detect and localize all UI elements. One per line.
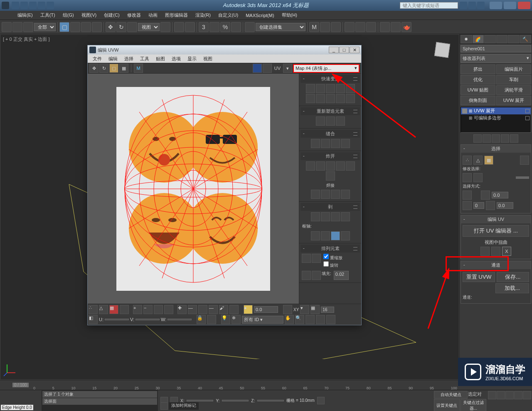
close-button[interactable]	[518, 2, 530, 9]
align-bottom-icon[interactable]	[306, 94, 315, 103]
move-icon[interactable]: ✥	[106, 22, 116, 32]
uvw-menu-select[interactable]: 选择	[121, 55, 137, 63]
weld-target-icon[interactable]	[331, 190, 340, 199]
uvw-xy-icon[interactable]	[283, 305, 292, 314]
selection-set-field[interactable]: 选定对	[468, 391, 486, 399]
uvw-canvas[interactable]	[116, 87, 270, 291]
rendered-frame-icon[interactable]	[391, 22, 401, 32]
qat-redo-icon[interactable]	[47, 2, 54, 9]
y-coord-field[interactable]	[222, 400, 249, 401]
peel-mode-icon[interactable]	[321, 212, 330, 221]
uvw-texture-preview-icon[interactable]: ●	[244, 305, 253, 314]
add-time-tag-label[interactable]: 添加时间标记	[169, 402, 199, 410]
ref-coord-combo[interactable]: 视图	[138, 23, 160, 31]
pack-normalize-icon[interactable]	[302, 254, 311, 263]
qat-undo-icon[interactable]	[38, 2, 45, 9]
stitch-icon[interactable]	[336, 116, 345, 126]
sel-by-planar-icon[interactable]	[486, 201, 495, 210]
link-icon[interactable]	[2, 22, 12, 32]
app-icon[interactable]	[2, 2, 9, 9]
menu-views[interactable]: 视图(V)	[78, 11, 100, 19]
uvw-checker-icon[interactable]	[253, 64, 262, 73]
selection-filter-combo[interactable]: 全部	[34, 23, 56, 31]
uvw-menu-mapping[interactable]: 贴图	[153, 55, 168, 63]
rescale-checkbox[interactable]: 重缩放	[323, 254, 342, 261]
grow-sel-icon[interactable]	[463, 173, 472, 182]
quick-transform-header[interactable]: 快速变换	[300, 75, 360, 83]
uvw-close-button[interactable]: ✕	[350, 47, 360, 53]
face-subobj-icon[interactable]: ▩	[484, 156, 493, 165]
weld-all-icon[interactable]	[321, 190, 330, 199]
hierarchy-tab-icon[interactable]	[484, 35, 496, 43]
uvw-zoom-extents-icon[interactable]	[316, 315, 325, 324]
menu-edit[interactable]: 编辑(E)	[14, 11, 36, 19]
uvw-ring-icon[interactable]	[154, 305, 163, 314]
snap-3d-icon[interactable]: 3	[199, 22, 209, 32]
mod-optimize-button[interactable]: 优化	[461, 75, 495, 84]
stack-checkbox[interactable]	[525, 116, 530, 120]
uvw-zoom-icon[interactable]: 🔍	[295, 315, 304, 324]
display-tab-icon[interactable]	[508, 35, 520, 43]
rotate-checkbox[interactable]: 旋转	[323, 261, 342, 268]
timeline[interactable]: 0 / 100 05101520253035404550556065707580…	[0, 380, 532, 390]
uvw-mirror-icon[interactable]: M	[134, 64, 143, 73]
straighten-icon[interactable]	[316, 116, 325, 126]
open-uv-editor-button[interactable]: 打开 UV 编辑器 ...	[463, 225, 529, 237]
uvw-viewport[interactable]	[88, 74, 299, 304]
mod-uvwunwrap-button[interactable]: UVW 展开	[496, 96, 531, 105]
uvw-minus-icon[interactable]: —	[188, 305, 197, 314]
sel-by-angle-icon[interactable]	[463, 191, 472, 200]
named-selection-combo[interactable]: 创建选择集	[256, 23, 305, 31]
uvw-freeform-icon[interactable]: ▦	[119, 64, 128, 73]
align-center-v-icon[interactable]	[346, 84, 355, 93]
reset-uvw-button[interactable]: 重置 UVW	[463, 272, 495, 282]
shrink-sel-icon[interactable]	[473, 173, 483, 182]
uvw-face-mode-icon[interactable]: ▩	[109, 305, 118, 314]
uvw-abs-rel-icon[interactable]: ◧	[89, 315, 98, 324]
uvw-uv-toggle-icon[interactable]: ▾	[283, 64, 292, 73]
keyfilter-button[interactable]: 关键点过滤器...	[461, 399, 487, 411]
stack-item-editable-poly[interactable]: ⊞ 可编辑多边形	[461, 114, 531, 121]
make-unique-icon[interactable]	[492, 134, 500, 143]
weld-sel-icon[interactable]	[311, 190, 320, 199]
arrange-header[interactable]: 排列元素	[300, 245, 360, 253]
stack-checkbox[interactable]	[525, 109, 530, 113]
render-icon[interactable]: 🫖	[401, 22, 411, 32]
uvw-scale-icon[interactable]: ▢	[109, 64, 118, 73]
slider-icon[interactable]	[516, 176, 529, 179]
uvw-add-icon[interactable]: +	[133, 305, 142, 314]
uvw-grid-spinner[interactable]: 16	[321, 307, 334, 313]
pack-together-icon[interactable]	[302, 271, 311, 280]
angle-snap-icon[interactable]	[209, 22, 219, 32]
reshape-header[interactable]: 重新塑造元素	[300, 107, 360, 115]
menu-group[interactable]: 组(G)	[59, 11, 77, 19]
align-left-icon[interactable]	[306, 84, 315, 93]
uvw-u-field[interactable]	[105, 319, 129, 320]
play-icon[interactable]	[505, 391, 514, 399]
save-uvw-button[interactable]: 保存...	[497, 272, 529, 282]
uvw-xy-dd-icon[interactable]: ▾	[300, 305, 309, 314]
motion-tab-icon[interactable]	[496, 35, 508, 43]
curve-editor-icon[interactable]	[345, 22, 355, 32]
rollout-selection-header[interactable]: 选择	[461, 145, 531, 153]
tweak-uv-icon[interactable]	[480, 247, 490, 256]
peel-quick-icon[interactable]	[311, 212, 320, 221]
uvw-menu-file[interactable]: 文件	[89, 55, 105, 63]
mod-bevelprofile-button[interactable]: 倒角剖面	[461, 96, 495, 105]
edge-subobj-icon[interactable]: △	[473, 156, 483, 165]
search-input[interactable]	[400, 2, 458, 9]
stitch-custom-icon[interactable]	[321, 139, 330, 148]
peel-reset-icon[interactable]	[331, 212, 340, 221]
align-center-h-icon[interactable]	[316, 84, 325, 93]
layer-manager-icon[interactable]	[331, 22, 341, 32]
uvw-paint-icon[interactable]: 🖌	[219, 305, 228, 314]
next-frame-icon[interactable]	[514, 391, 522, 399]
show-end-result-icon[interactable]	[483, 134, 491, 143]
uvw-options-icon[interactable]	[207, 315, 216, 324]
vertex-subobj-icon[interactable]: ∴	[463, 156, 472, 165]
rollout-edituv-header[interactable]: 编辑 UV	[461, 215, 531, 223]
uvw-menu-edit[interactable]: 编辑	[105, 55, 121, 63]
peel-header[interactable]: 剥	[300, 203, 360, 211]
mod-uvwmap-button[interactable]: UVW 贴图	[461, 85, 495, 95]
help-icon[interactable]	[460, 2, 467, 9]
